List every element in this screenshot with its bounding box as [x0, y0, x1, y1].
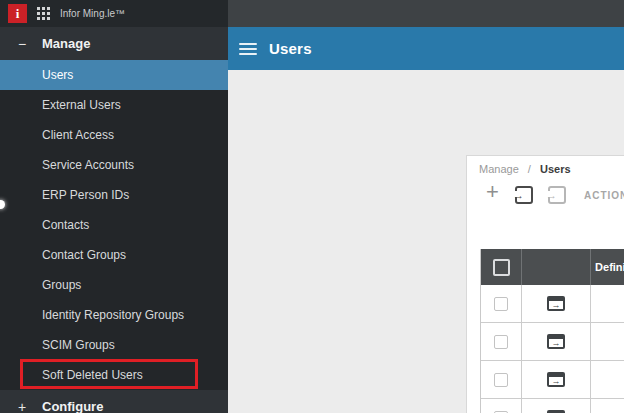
import-arrow-icon: →	[546, 190, 557, 201]
page-title: Users	[269, 40, 312, 57]
sidebar-section-label: Manage	[42, 36, 90, 51]
content-panel: Manage / Users + → → ACTION ▾ UPLOAD SYN…	[466, 155, 624, 413]
breadcrumb-current: Users	[540, 163, 571, 175]
open-record-icon[interactable]: →	[547, 334, 565, 349]
sidebar-item-soft-deleted-users[interactable]: Soft Deleted Users	[0, 360, 228, 390]
open-record-icon[interactable]: →	[547, 296, 565, 311]
action-dropdown[interactable]: ACTION ▾	[584, 190, 624, 201]
sidebar-item-identity-repository-groups[interactable]: Identity Repository Groups	[0, 300, 228, 330]
import-users-disabled-icon: →	[548, 186, 566, 204]
sidebar-item-service-accounts[interactable]: Service Accounts	[0, 150, 228, 180]
expand-icon: +	[18, 399, 42, 413]
breadcrumb-separator: /	[528, 163, 531, 175]
table-row: → !	[481, 399, 624, 413]
top-bar: i Infor Ming.le™	[0, 0, 624, 27]
import-users-icon[interactable]: →	[515, 186, 533, 204]
arrow-right-icon: →	[549, 301, 563, 309]
sidebar-item-external-users[interactable]: External Users	[0, 90, 228, 120]
infor-logo-icon[interactable]: i	[8, 4, 27, 23]
app-grid-icon[interactable]	[37, 7, 50, 20]
content-area: Manage / Users + → → ACTION ▾ UPLOAD SYN…	[228, 70, 624, 413]
sidebar-item-erp-person-ids[interactable]: ERP Person IDs	[0, 180, 228, 210]
row-checkbox[interactable]	[494, 373, 508, 387]
sidebar-section-label: Configure	[42, 399, 103, 413]
table-row: → !	[481, 361, 624, 399]
collapse-icon: −	[18, 36, 42, 52]
open-record-icon[interactable]: →	[547, 372, 565, 387]
sidebar-item-groups[interactable]: Groups	[0, 270, 228, 300]
definition-complete-header: Definition Complete	[591, 249, 624, 285]
brand-title: Infor Ming.le™	[60, 8, 125, 19]
table-header-row: Definition Complete User ID	[481, 249, 624, 285]
breadcrumb: Manage / Users	[479, 163, 571, 175]
select-all-header-cell	[481, 249, 522, 285]
import-arrow-icon: →	[513, 190, 524, 201]
arrow-right-icon: →	[549, 339, 563, 347]
sidebar-section-manage[interactable]: − Manage	[0, 27, 228, 60]
sidebar-item-client-access[interactable]: Client Access	[0, 120, 228, 150]
sidebar-item-contacts[interactable]: Contacts	[0, 210, 228, 240]
arrow-right-icon: →	[549, 377, 563, 385]
sidebar-item-contact-groups[interactable]: Contact Groups	[0, 240, 228, 270]
row-checkbox[interactable]	[494, 335, 508, 349]
row-checkbox[interactable]	[494, 297, 508, 311]
table-row: → !	[481, 285, 624, 323]
table-row: → !	[481, 323, 624, 361]
users-table: Definition Complete User ID → ! → ! → !	[480, 249, 624, 413]
hamburger-menu-icon[interactable]	[239, 40, 257, 58]
sidebar-item-users[interactable]: Users	[0, 60, 228, 90]
breadcrumb-parent[interactable]: Manage	[479, 163, 519, 175]
sidebar-section-configure[interactable]: + Configure	[0, 390, 228, 413]
sidebar-item-label: Soft Deleted Users	[42, 368, 143, 382]
sidebar: − Manage Users External Users Client Acc…	[0, 27, 228, 413]
page-header: Users	[228, 27, 624, 70]
add-user-button[interactable]: +	[486, 182, 499, 202]
row-action-header-cell	[522, 249, 590, 285]
sidebar-item-list: Users External Users Client Access Servi…	[0, 60, 228, 390]
sidebar-item-scim-groups[interactable]: SCIM Groups	[0, 330, 228, 360]
top-bar-left: i Infor Ming.le™	[0, 0, 228, 27]
select-all-checkbox[interactable]	[493, 259, 510, 276]
action-dropdown-label: ACTION	[584, 190, 624, 201]
